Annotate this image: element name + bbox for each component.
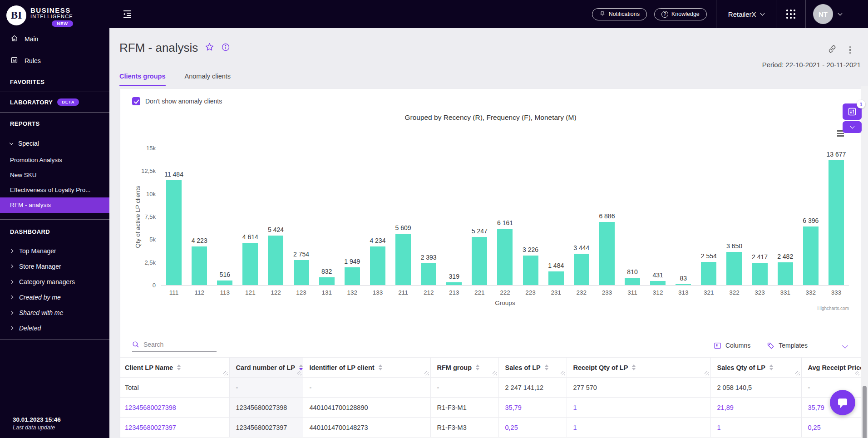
sidebar-item-report[interactable]: Promotion Analysis bbox=[0, 153, 109, 167]
bar-slot: 11 484 bbox=[161, 171, 187, 285]
search-icon bbox=[132, 341, 140, 349]
more-options-icon[interactable] bbox=[848, 45, 852, 55]
column-header[interactable]: Identifier of LP client bbox=[303, 358, 430, 378]
bar-value-label: 6 886 bbox=[599, 212, 615, 220]
table-link[interactable]: 1 bbox=[573, 424, 577, 431]
topbar: BI BUSINESS INTELLIGENCE NEW Notificatio… bbox=[0, 0, 868, 28]
app-logo: BI BUSINESS INTELLIGENCE NEW bbox=[0, 2, 109, 27]
table-link[interactable]: 0,25 bbox=[505, 424, 518, 431]
column-header[interactable]: Receipt Qty of LP bbox=[567, 358, 710, 378]
sidebar-item-label: Store Manager bbox=[19, 263, 61, 270]
logo-mark: BI bbox=[6, 5, 26, 25]
column-header[interactable]: RFM group bbox=[430, 358, 498, 378]
bar-slot: 4 614 bbox=[237, 233, 263, 285]
last-update: 30.01.2023 15:46 Last data update bbox=[13, 416, 61, 431]
sidebar-item-report[interactable]: Effectiveness of Loyalty Pro... bbox=[0, 182, 109, 197]
filter-count-badge: 1 bbox=[857, 100, 865, 108]
collapse-table-chevron-icon[interactable] bbox=[841, 340, 849, 351]
sidebar-item-rules[interactable]: Rules bbox=[0, 50, 109, 72]
scrollbar-track[interactable] bbox=[861, 86, 868, 438]
columns-button[interactable]: Columns bbox=[714, 342, 750, 349]
notifications-button[interactable]: Notifications bbox=[592, 8, 647, 20]
x-axis-tick-label: 332 bbox=[798, 289, 824, 296]
sidebar-section-laboratory[interactable]: LABORATORY BETA bbox=[0, 92, 109, 112]
anomaly-checkbox[interactable]: Don't show anomaly clients bbox=[132, 97, 222, 105]
scrollbar-thumb[interactable] bbox=[863, 386, 867, 438]
tab-anomaly-clients[interactable]: Anomaly clients bbox=[185, 73, 231, 86]
favorite-star-icon[interactable] bbox=[205, 42, 214, 54]
column-header[interactable]: Client LP Name bbox=[120, 358, 229, 378]
user-menu[interactable]: NT bbox=[806, 4, 868, 24]
chevron-down-icon bbox=[10, 141, 13, 144]
column-header[interactable]: Sales of LP bbox=[498, 358, 567, 378]
table-link[interactable]: 1 bbox=[717, 424, 721, 431]
search-input[interactable] bbox=[132, 339, 217, 352]
sidebar-section-reports[interactable]: REPORTS bbox=[0, 113, 109, 134]
sidebar-item-report[interactable]: RFM - analysis bbox=[0, 197, 109, 213]
workspace-selector[interactable]: RetailerX bbox=[716, 10, 776, 18]
sort-icon bbox=[545, 364, 548, 370]
y-axis-tick-label: 5k bbox=[120, 236, 156, 243]
checkbox-checked-icon bbox=[132, 97, 140, 105]
table-link[interactable]: 35,79 bbox=[808, 404, 824, 411]
templates-button[interactable]: Templates bbox=[767, 342, 808, 349]
column-header[interactable]: Card number of LP bbox=[229, 358, 303, 378]
table-cell: 21,89 bbox=[710, 398, 801, 418]
chevron-right-icon bbox=[10, 326, 13, 330]
bar-slot: 5 609 bbox=[390, 224, 416, 285]
bar-value-label: 3 444 bbox=[573, 244, 589, 251]
y-axis-tick-label: 0 bbox=[120, 282, 156, 289]
sort-up-icon bbox=[632, 364, 636, 367]
expand-panel-button[interactable] bbox=[843, 121, 862, 133]
table-link[interactable]: 0,25 bbox=[808, 424, 821, 431]
sort-down-icon bbox=[379, 368, 382, 370]
section-label: FAVORITES bbox=[10, 79, 44, 85]
table-link[interactable]: 1 bbox=[573, 404, 577, 411]
sort-down-icon bbox=[632, 368, 636, 370]
chevron-right-icon bbox=[10, 280, 13, 284]
sidebar-item-dashboard[interactable]: Shared with me bbox=[0, 305, 109, 320]
filters-button[interactable]: 1 bbox=[843, 103, 862, 120]
sidebar-item-dashboard[interactable]: Created by me bbox=[0, 290, 109, 305]
sidebar-item-report[interactable]: New SKU bbox=[0, 167, 109, 182]
highcharts-credit[interactable]: Highcharts.com bbox=[818, 306, 849, 311]
last-update-time: 30.01.2023 15:46 bbox=[13, 416, 61, 423]
table-link[interactable]: 12345680027397 bbox=[125, 424, 176, 431]
new-badge: NEW bbox=[52, 20, 73, 27]
sidebar-item-label: Shared with me bbox=[19, 309, 63, 316]
bar-value-label: 6 161 bbox=[497, 219, 513, 226]
sidebar-section-favorites[interactable]: FAVORITES bbox=[0, 72, 109, 92]
apps-grid-icon[interactable] bbox=[786, 10, 796, 19]
tab-clients-groups[interactable]: Clients groups bbox=[119, 73, 166, 86]
info-icon[interactable] bbox=[221, 43, 230, 54]
column-header[interactable]: Avg Receipt Price bbox=[801, 358, 861, 378]
bar bbox=[726, 252, 742, 285]
bar bbox=[421, 263, 436, 285]
table-link[interactable]: 21,89 bbox=[717, 404, 734, 411]
sidebar-item-main[interactable]: Main bbox=[0, 28, 109, 50]
column-header[interactable]: Sales Qty of LP bbox=[710, 358, 801, 378]
bar-slot: 832 bbox=[314, 268, 340, 285]
x-axis-tick-label: 331 bbox=[773, 289, 798, 296]
column-header-label: Sales Qty of LP bbox=[717, 364, 765, 371]
main-content: RFM - analysis Period: 22-10-2021 - 20-1… bbox=[109, 28, 868, 438]
sidebar-collapse-icon[interactable] bbox=[122, 10, 132, 18]
bar-value-label: 516 bbox=[220, 271, 230, 278]
sidebar-group-special[interactable]: Special bbox=[0, 134, 109, 153]
sidebar-section-dashboard[interactable]: DASHBOARD bbox=[0, 220, 109, 243]
share-link-icon[interactable] bbox=[828, 44, 837, 55]
sidebar-item-dashboard[interactable]: Category managers bbox=[0, 274, 109, 290]
sidebar-item-dashboard[interactable]: Store Manager bbox=[0, 259, 109, 274]
sidebar-item-label: Deleted bbox=[19, 325, 41, 332]
sidebar-item-dashboard[interactable]: Top Manager bbox=[0, 243, 109, 259]
home-icon bbox=[10, 34, 19, 44]
sidebar-item-dashboard[interactable]: Deleted bbox=[0, 320, 109, 336]
knowledge-button[interactable]: Knowledge bbox=[654, 8, 707, 20]
dashboard-list: Top ManagerStore ManagerCategory manager… bbox=[0, 243, 109, 336]
bar-value-label: 3 226 bbox=[523, 246, 538, 253]
chat-widget-button[interactable] bbox=[830, 390, 855, 415]
x-axis-tick-label: 312 bbox=[645, 289, 671, 296]
table-link[interactable]: 12345680027398 bbox=[125, 404, 176, 411]
table-link[interactable]: 35,79 bbox=[505, 404, 522, 411]
x-axis-tick-label: 212 bbox=[416, 289, 441, 296]
